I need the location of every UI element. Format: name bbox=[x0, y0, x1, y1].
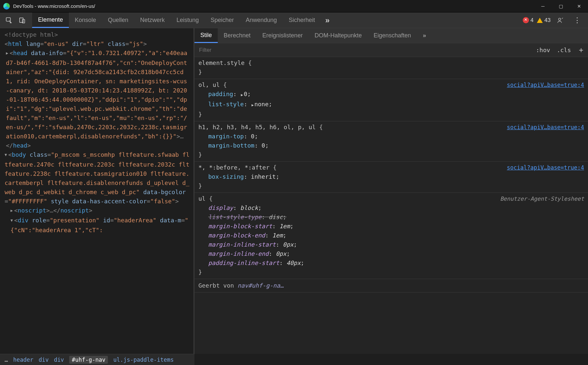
css-rule-block[interactable]: Benutzer-Agent-Stylesheetul {display: bl… bbox=[194, 193, 588, 279]
kebab-menu-icon[interactable]: ⋮ bbox=[570, 12, 583, 28]
css-rules-list[interactable]: element.style {}social?apiV…base=true:4o… bbox=[194, 57, 588, 354]
main-tab-quellen[interactable]: Quellen bbox=[102, 12, 134, 28]
breadcrumb-item[interactable]: ul.js-paddle-items bbox=[113, 356, 173, 363]
breadcrumb-item[interactable]: … bbox=[5, 356, 8, 363]
css-rule-block[interactable]: element.style {} bbox=[194, 57, 588, 79]
hov-toggle[interactable]: :hov bbox=[533, 47, 553, 53]
main-tabs: ElementeKonsoleQuellenNetzwerkLeistungSp… bbox=[32, 12, 321, 28]
edge-icon bbox=[3, 3, 10, 10]
body-node[interactable]: ▼<body class="p_mscom s_mscomhp fltfeatu… bbox=[5, 150, 190, 206]
rule-source-link[interactable]: social?apiV…base=true:4 bbox=[507, 80, 584, 90]
html-node[interactable]: <html lang="en-us" dir="ltr" class="js"> bbox=[5, 39, 190, 49]
main-tab-leistung[interactable]: Leistung bbox=[171, 12, 205, 28]
styles-filter-input[interactable] bbox=[194, 47, 533, 53]
head-node[interactable]: ▶<head data-info="{"v":"1.0.7321.40972",… bbox=[5, 49, 190, 150]
breadcrumb-item[interactable]: #uhf-g-nav bbox=[69, 356, 108, 364]
main-tab-anwendung[interactable]: Anwendung bbox=[240, 12, 283, 28]
div-headerarea-node[interactable]: ▼<div role="presentation" id="headerArea… bbox=[5, 216, 190, 235]
new-rule-button[interactable]: + bbox=[574, 46, 588, 55]
styles-tab-eigenschaften[interactable]: Eigenschaften bbox=[368, 28, 417, 43]
warning-count-badge[interactable]: 43 bbox=[537, 17, 551, 24]
maximize-button[interactable]: ▢ bbox=[552, 0, 570, 12]
inherited-node-link[interactable]: nav#uhf-g-na… bbox=[237, 282, 284, 289]
more-tabs-chevron-icon[interactable]: » bbox=[321, 12, 334, 28]
main-tab-elemente[interactable]: Elemente bbox=[32, 12, 69, 28]
warning-count: 43 bbox=[544, 17, 551, 24]
window-titlebar: DevTools - www.microsoft.com/en-us/ ─ ▢ … bbox=[0, 0, 588, 12]
cls-toggle[interactable]: .cls bbox=[554, 47, 574, 53]
svg-rect-0 bbox=[6, 17, 10, 21]
css-rule-block[interactable]: social?apiV…base=true:4h1, h2, h3, h4, h… bbox=[194, 121, 588, 162]
main-tab-speicher[interactable]: Speicher bbox=[205, 12, 240, 28]
error-icon bbox=[523, 17, 529, 23]
dom-breadcrumb[interactable]: …headerdivdiv#uhf-g-navul.js-paddle-item… bbox=[0, 354, 194, 365]
css-rule-block[interactable]: social?apiV…base=true:4*, *:before, *:af… bbox=[194, 162, 588, 193]
styles-tab-berechnet[interactable]: Berechnet bbox=[218, 28, 256, 43]
breadcrumb-item[interactable]: div bbox=[54, 356, 64, 363]
dom-tree-panel[interactable]: <!doctype html> <html lang="en-us" dir="… bbox=[0, 28, 194, 354]
minimize-button[interactable]: ─ bbox=[534, 0, 552, 12]
styles-panel: StileBerechnetEreignislistenerDOM-Haltep… bbox=[194, 28, 588, 354]
device-toggle-icon[interactable] bbox=[16, 12, 29, 28]
styles-tabs: StileBerechnetEreignislistenerDOM-Haltep… bbox=[194, 28, 588, 43]
styles-filter-row: :hov .cls + bbox=[194, 43, 588, 57]
main-tab-netzwerk[interactable]: Netzwerk bbox=[134, 12, 171, 28]
breadcrumb-item[interactable]: div bbox=[39, 356, 49, 363]
close-button[interactable]: ✕ bbox=[570, 0, 588, 12]
window-title: DevTools - www.microsoft.com/en-us/ bbox=[13, 3, 95, 9]
noscript-node[interactable]: ▶<noscript>…</noscript> bbox=[5, 206, 190, 216]
styles-tab-ereignislistener[interactable]: Ereignislistener bbox=[256, 28, 309, 43]
styles-more-chevron-icon[interactable]: » bbox=[417, 28, 432, 43]
breadcrumb-item[interactable]: header bbox=[13, 356, 33, 363]
css-rule-block[interactable]: social?apiV…base=true:4ol, ul {padding: … bbox=[194, 79, 588, 121]
error-count-badge[interactable]: 4 bbox=[523, 17, 534, 24]
svg-rect-1 bbox=[20, 18, 23, 22]
ua-stylesheet-label: Benutzer-Agent-Stylesheet bbox=[500, 194, 584, 203]
main-tab-sicherheit[interactable]: Sicherheit bbox=[283, 12, 321, 28]
feedback-icon[interactable] bbox=[554, 12, 567, 28]
main-tab-konsole[interactable]: Konsole bbox=[69, 12, 102, 28]
devtools-toolbar: ElementeKonsoleQuellenNetzwerkLeistungSp… bbox=[0, 12, 588, 28]
warning-icon bbox=[537, 18, 543, 23]
styles-tab-stile[interactable]: Stile bbox=[194, 28, 218, 43]
styles-tab-dom-haltepunkte[interactable]: DOM-Haltepunkte bbox=[309, 28, 368, 43]
doctype-node[interactable]: <!doctype html> bbox=[5, 30, 190, 39]
error-count: 4 bbox=[531, 17, 534, 24]
window-controls: ─ ▢ ✕ bbox=[534, 0, 588, 12]
inspect-icon[interactable] bbox=[3, 12, 16, 28]
rule-source-link[interactable]: social?apiV…base=true:4 bbox=[507, 123, 584, 132]
inherited-from-bar: Geerbt von nav#uhf-g-na… bbox=[194, 279, 588, 293]
svg-point-3 bbox=[558, 18, 561, 20]
rule-source-link[interactable]: social?apiV…base=true:4 bbox=[507, 163, 584, 172]
